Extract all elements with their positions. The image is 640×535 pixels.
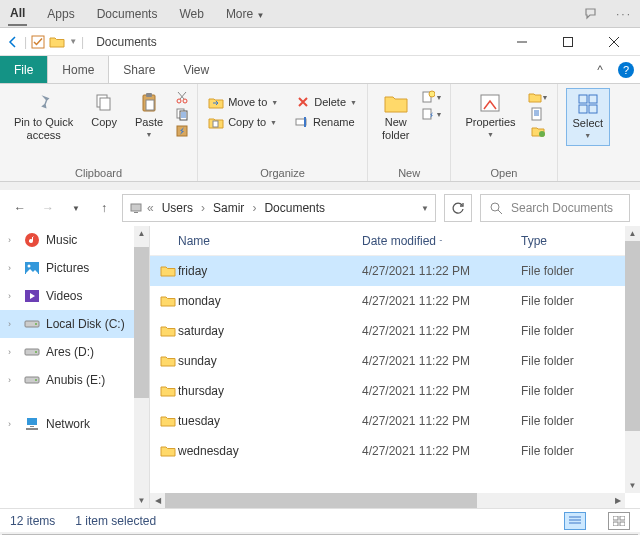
scroll-down-icon[interactable]: ▼ xyxy=(134,493,149,508)
qat-separator: | xyxy=(24,35,27,49)
nav-forward-button[interactable]: → xyxy=(38,198,58,218)
file-row[interactable]: wednesday4/27/2021 11:22 PMFile folder xyxy=(150,436,640,466)
sidebar-item-pictures[interactable]: ›Pictures xyxy=(0,254,149,282)
file-row[interactable]: saturday4/27/2021 11:22 PMFile folder xyxy=(150,316,640,346)
copy-button[interactable]: Copy xyxy=(85,88,123,133)
file-row[interactable]: monday4/27/2021 11:22 PMFile folder xyxy=(150,286,640,316)
open-icon[interactable]: ▼ xyxy=(528,90,549,104)
move-to-button[interactable]: Move to▼ xyxy=(206,94,280,110)
svg-rect-24 xyxy=(579,95,587,103)
properties-icon xyxy=(478,92,502,114)
sys-tab-all[interactable]: All xyxy=(8,2,27,26)
chevron-right-icon[interactable]: › xyxy=(8,375,18,385)
file-h-scrollbar[interactable]: ◀ ▶ xyxy=(150,493,625,508)
status-bar: 12 items 1 item selected xyxy=(0,508,640,532)
breadcrumb[interactable]: « Users › Samir › Documents ▼ xyxy=(122,194,436,222)
copy-to-button[interactable]: Copy to▼ xyxy=(206,114,279,130)
help-button[interactable]: ? xyxy=(618,62,634,78)
qat-folder-icon[interactable] xyxy=(49,35,65,49)
sys-tab-apps[interactable]: Apps xyxy=(45,3,76,25)
new-folder-button[interactable]: New folder xyxy=(376,88,416,146)
sidebar-item-ares-d-[interactable]: ›Ares (D:) xyxy=(0,338,149,366)
sidebar-item-videos[interactable]: ›Videos xyxy=(0,282,149,310)
sidebar-item-label: Ares (D:) xyxy=(46,345,94,359)
file-row[interactable]: sunday4/27/2021 11:22 PMFile folder xyxy=(150,346,640,376)
file-row[interactable]: friday4/27/2021 11:22 PMFile folder xyxy=(150,256,640,286)
close-button[interactable] xyxy=(594,28,634,56)
chevron-right-icon[interactable]: › xyxy=(8,419,18,429)
sidebar-item-music[interactable]: ›Music xyxy=(0,226,149,254)
details-view-button[interactable] xyxy=(564,512,586,530)
sidebar-item-label: Network xyxy=(46,417,90,431)
nav-up-button[interactable]: ↑ xyxy=(94,198,114,218)
scroll-up-icon[interactable]: ▲ xyxy=(134,226,149,241)
column-header-date[interactable]: Date modified ˇ xyxy=(362,234,521,248)
sys-tab-more[interactable]: More ▼ xyxy=(224,3,267,25)
column-header-name[interactable]: Name xyxy=(178,234,362,248)
tab-view[interactable]: View xyxy=(169,56,223,83)
thumbnail-view-button[interactable] xyxy=(608,512,630,530)
group-label-organize: Organize xyxy=(206,165,359,179)
delete-button[interactable]: Delete▼ xyxy=(294,94,359,110)
crumb-sep-1[interactable]: › xyxy=(199,201,207,215)
breadcrumb-dropdown-icon[interactable]: ▼ xyxy=(421,204,429,213)
qat-back-icon[interactable] xyxy=(6,35,20,49)
tab-file[interactable]: File xyxy=(0,56,47,83)
search-box[interactable]: Search Documents xyxy=(480,194,630,222)
title-bar: | ▼ | Documents xyxy=(0,28,640,56)
crumb-sep-0: « xyxy=(145,201,156,215)
nav-back-button[interactable]: ← xyxy=(10,198,30,218)
qat-dropdown-icon[interactable]: ▼ xyxy=(69,37,77,46)
feedback-icon[interactable] xyxy=(584,7,598,21)
qat-check-icon[interactable] xyxy=(31,35,45,49)
select-button[interactable]: Select ▼ xyxy=(566,88,611,146)
rename-button[interactable]: Rename xyxy=(293,114,357,130)
music-icon xyxy=(24,232,40,248)
paste-button[interactable]: Paste ▼ xyxy=(129,88,169,144)
paste-shortcut-icon[interactable] xyxy=(175,124,189,138)
edit-icon[interactable] xyxy=(528,107,549,121)
minimize-button[interactable] xyxy=(502,28,542,56)
column-header-type[interactable]: Type xyxy=(521,234,640,248)
file-v-scrollbar[interactable]: ▲ ▼ xyxy=(625,226,640,493)
crumb-sep-2[interactable]: › xyxy=(250,201,258,215)
chevron-right-icon[interactable]: › xyxy=(8,263,18,273)
breadcrumb-pc-icon xyxy=(129,201,143,215)
pin-to-quick-button[interactable]: Pin to Quick access xyxy=(8,88,79,146)
crumb-1[interactable]: Samir xyxy=(209,201,248,215)
chevron-right-icon[interactable]: › xyxy=(8,319,18,329)
file-date: 4/27/2021 11:22 PM xyxy=(362,384,521,398)
nav-recent-dropdown[interactable]: ▼ xyxy=(66,198,86,218)
sidebar-scrollbar[interactable]: ▲ ▼ xyxy=(134,226,149,508)
refresh-button[interactable] xyxy=(444,194,472,222)
chevron-right-icon[interactable]: › xyxy=(8,291,18,301)
cut-icon[interactable] xyxy=(175,90,189,104)
sys-tab-web[interactable]: Web xyxy=(177,3,205,25)
crumb-2[interactable]: Documents xyxy=(260,201,329,215)
chevron-right-icon[interactable]: › xyxy=(8,235,18,245)
network-icon xyxy=(24,416,40,432)
copy-to-icon xyxy=(208,115,224,129)
tab-share[interactable]: Share xyxy=(109,56,169,83)
chevron-right-icon[interactable]: › xyxy=(8,347,18,357)
sidebar-item-label: Pictures xyxy=(46,261,89,275)
file-area: Name Date modified ˇ Type friday4/27/202… xyxy=(150,226,640,508)
sidebar-item-network[interactable]: ›Network xyxy=(0,410,149,438)
properties-button[interactable]: Properties ▼ xyxy=(459,88,521,144)
disk-icon xyxy=(24,344,40,360)
maximize-button[interactable] xyxy=(548,28,588,56)
file-name: tuesday xyxy=(178,414,362,428)
crumb-0[interactable]: Users xyxy=(158,201,197,215)
sidebar-item-anubis-e-[interactable]: ›Anubis (E:) xyxy=(0,366,149,394)
sidebar-item-local-disk-c-[interactable]: ›Local Disk (C:) xyxy=(0,310,149,338)
easy-access-icon[interactable]: ▼ xyxy=(421,107,442,121)
file-row[interactable]: thursday4/27/2021 11:22 PMFile folder xyxy=(150,376,640,406)
new-item-icon[interactable]: ▼ xyxy=(421,90,442,104)
sys-tab-documents[interactable]: Documents xyxy=(95,3,160,25)
history-icon[interactable] xyxy=(528,124,549,138)
copy-path-icon[interactable] xyxy=(175,107,189,121)
tab-home[interactable]: Home xyxy=(47,56,109,83)
collapse-ribbon-button[interactable]: ^ xyxy=(588,56,612,83)
file-row[interactable]: tuesday4/27/2021 11:22 PMFile folder xyxy=(150,406,640,436)
more-options-icon[interactable]: ··· xyxy=(616,7,632,21)
